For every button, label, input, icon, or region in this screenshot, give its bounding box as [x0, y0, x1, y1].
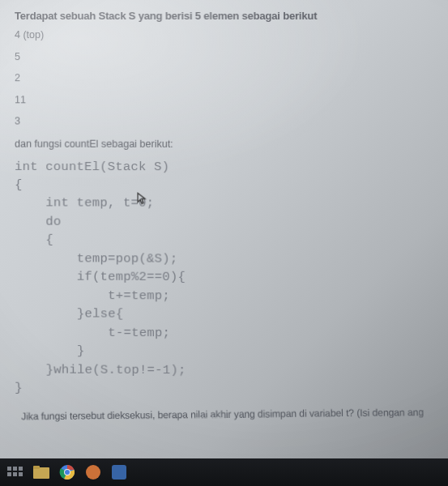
- code-line: int countEl(Stack S): [15, 159, 169, 173]
- mid-text: dan fungsi countEl sebagai berikut:: [15, 138, 437, 150]
- svg-rect-6: [33, 467, 49, 479]
- code-line: {: [15, 177, 23, 192]
- stack-top: 4 (top): [15, 30, 436, 40]
- intro-text: Terdapat sebuah Stack S yang berisi 5 el…: [15, 10, 435, 22]
- code-line: }while(S.top!=-1);: [15, 362, 186, 377]
- file-explorer-icon[interactable]: [32, 463, 50, 481]
- app-orange-icon[interactable]: [84, 463, 102, 481]
- svg-rect-7: [33, 466, 40, 469]
- stack-item: 3: [15, 116, 437, 126]
- stack-values: 4 (top) 5 2 11 3: [15, 30, 437, 126]
- svg-rect-3: [7, 472, 11, 476]
- svg-rect-1: [13, 467, 17, 471]
- taskbar[interactable]: [0, 458, 448, 486]
- svg-rect-12: [112, 465, 126, 480]
- code-line: t+=temp;: [15, 288, 170, 303]
- svg-rect-5: [19, 472, 23, 476]
- svg-rect-2: [19, 467, 23, 471]
- stack-item: 5: [15, 52, 436, 62]
- code-line: }: [15, 381, 23, 395]
- code-block: int countEl(Stack S) { int temp, t=0; do…: [15, 157, 440, 399]
- code-line: int temp, t=0;: [15, 196, 154, 211]
- windows-overflow-icon[interactable]: [6, 463, 24, 481]
- app-blue-icon[interactable]: [110, 463, 128, 481]
- stack-item: 2: [15, 73, 436, 83]
- chrome-icon[interactable]: [58, 463, 76, 481]
- stack-item: 11: [15, 95, 437, 105]
- svg-point-10: [65, 470, 70, 475]
- code-line: if(temp%2==0){: [15, 270, 186, 285]
- code-line: }: [15, 343, 84, 359]
- code-line: temp=pop(&S);: [15, 251, 177, 266]
- code-line: t-=temp;: [15, 325, 170, 340]
- question-page: Terdapat sebuah Stack S yang berisi 5 el…: [0, 0, 448, 420]
- svg-rect-0: [7, 467, 11, 471]
- svg-rect-4: [13, 472, 17, 476]
- code-line: {: [15, 232, 53, 247]
- cursor-icon: 0: [139, 194, 147, 213]
- code-line: do: [15, 214, 61, 228]
- svg-point-11: [86, 465, 100, 480]
- code-line: }else{: [15, 306, 123, 322]
- question-text: Jika fungsi tersebut dieksekusi, berapa …: [21, 406, 440, 422]
